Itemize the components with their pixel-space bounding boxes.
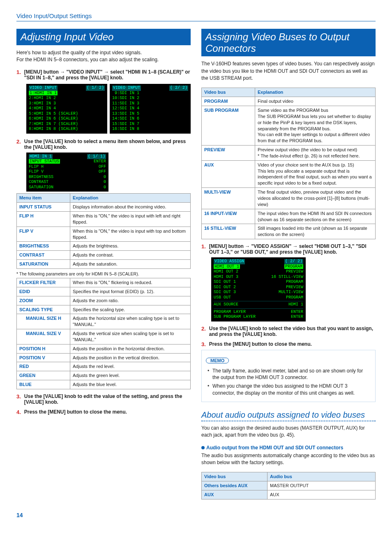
table-row: EDIDSpecifies the input format (EDID) (p… (17, 287, 191, 296)
page-number: 14 (16, 512, 376, 518)
menu-item-cell: SATURATION (17, 260, 70, 269)
intro-text: The V-160HD features seven types of vide… (201, 60, 376, 82)
intro-line-2: For the HDMI IN 5–8 connectors, you can … (16, 57, 159, 62)
step-2-right: 2. Use the [VALUE] knob to select the vi… (201, 326, 376, 337)
table-header: Explanation (255, 88, 376, 97)
step-3-right: 3. Press the [MENU] button to close the … (201, 341, 376, 347)
explanation-cell: Specifies the scaling type. (70, 305, 191, 314)
bus-name-cell: 16 STILL-VIEW (202, 224, 255, 239)
table-header: Audio bus (267, 472, 376, 481)
bus-explanation-cell: Same video as the PROGRAM busThe SUB PRO… (255, 106, 376, 146)
memo-item: The tally frame, audio level meter, labe… (208, 368, 371, 382)
arrow-icon: → (293, 243, 297, 249)
table-row: REDAdjusts the red level. (17, 362, 191, 371)
arrow-icon: → (104, 69, 109, 75)
table-row: MULTI-VIEWThe final output video, previe… (202, 188, 376, 209)
explanation-cell: Adjusts the saturation. (70, 260, 191, 269)
table-row: PREVIEWPreview output video (the video t… (202, 146, 376, 161)
explanation-cell: When this is "ON," flickering is reduced… (70, 278, 191, 287)
explanation-cell: Adjusts the position in the vertical dir… (70, 353, 191, 362)
menu-item-cell: MANUAL SIZE H (17, 314, 70, 329)
r-step1-pre: [MENU] button (209, 243, 245, 249)
table-row: BLUEAdjusts the blue level. (17, 380, 191, 389)
step-number: 1. (16, 69, 21, 81)
table-row: CONTRASTAdjusts the contrast. (17, 251, 191, 260)
explanation-cell: Displays information about the incoming … (70, 203, 191, 212)
audio-section-title: Audio output from the HDMI OUT and SDI O… (201, 445, 376, 451)
table-row: Others besides AUXMASTER OUTPUT (202, 481, 376, 490)
bus-explanation-cell: Still images loaded into the unit (shown… (255, 224, 376, 239)
bus-name-cell: PREVIEW (202, 146, 255, 161)
table-row: 16 STILL-VIEWStill images loaded into th… (202, 224, 376, 239)
table-header: Video bus (202, 472, 267, 481)
table-row: PROGRAMFinal output video (202, 97, 376, 106)
table-row: FLIP VWhen this is "ON," the video is in… (17, 227, 191, 242)
explanation-cell: Adjusts the brightness. (70, 242, 191, 251)
step-1: 1. [MENU] button → "VIDEO INPUT" → selec… (16, 69, 191, 81)
table-header: Menu item (17, 194, 70, 203)
table-row: POSITION HAdjusts the position in the ho… (17, 344, 191, 353)
breadcrumb: Video Input/Output Settings (16, 12, 376, 21)
step-2: 2. Use the [VALUE] knob to select a menu… (16, 139, 191, 150)
table-row: FLIP HWhen this is "ON," the video is in… (17, 212, 191, 227)
step-number: 4. (16, 409, 21, 415)
step-number: 3. (201, 341, 206, 347)
menu-item-cell: BRIGHTNESS (17, 242, 70, 251)
table-row: AUXAUX (202, 490, 376, 500)
table-row: POSITION VAdjusts the position in the ve… (17, 353, 191, 362)
menu-item-cell: POSITION V (17, 353, 70, 362)
step-number: 3. (16, 393, 21, 405)
table-video-bus: Video bus Explanation PROGRAMFinal outpu… (201, 88, 376, 239)
step-4: 4. Press the [MENU] button to close the … (16, 409, 191, 415)
explanation-cell: Adjusts the zoom ratio. (70, 296, 191, 305)
explanation-cell: Specifies the input format (EDID) (p. 12… (70, 287, 191, 296)
explanation-cell: Adjusts the blue level. (70, 380, 191, 389)
table-row: INPUT STATUSDisplays information about t… (17, 203, 191, 212)
screen-video-input-2: VIDEO INPUT( 2/ 2) 9:SDI IN 110:SDI IN 2… (110, 84, 191, 134)
explanation-cell: Adjusts the green level. (70, 371, 191, 380)
table-header: Explanation (70, 194, 191, 203)
menu-item-cell: SCALING TYPE (17, 305, 70, 314)
step3-text: Use the [VALUE] knob to edit the value o… (24, 393, 182, 405)
menu-item-cell: MANUAL SIZE V (17, 329, 70, 345)
menu-item-cell: FLIP V (17, 227, 70, 242)
footnote: * The following parameters are only for … (16, 271, 191, 276)
table-row: 16 INPUT-VIEWThe input video from the HD… (202, 209, 376, 224)
table-row: AUXVideo of your choice sent to the AUX … (202, 160, 376, 187)
left-column: Adjusting Input Video Here's how to adju… (16, 29, 191, 502)
heading-assigning-buses: Assigning Video Buses to Output Connecto… (201, 29, 376, 56)
table-header: Video bus (202, 88, 255, 97)
step-number: 2. (16, 139, 21, 150)
menu-item-cell: EDID (17, 287, 70, 296)
table-row: SATURATIONAdjusts the saturation. (17, 260, 191, 269)
r-step1-mid: "VIDEO ASSIGN" (251, 243, 293, 249)
step-1-right: 1. [MENU] button → "VIDEO ASSIGN" → sele… (201, 243, 376, 255)
table-row: SUB PROGRAMSame video as the PROGRAM bus… (202, 106, 376, 146)
video-bus-cell: Others besides AUX (202, 481, 267, 490)
menu-item-cell: POSITION H (17, 344, 70, 353)
table-audio-bus: Video bus Audio bus Others besides AUXMA… (201, 472, 376, 500)
table-menu-items-2: FLICKER FILTERWhen this is "ON," flicker… (16, 278, 191, 389)
bus-explanation-cell: Preview output video (the video to be ou… (255, 146, 376, 161)
step2-text: Use the [VALUE] knob to select a menu it… (24, 139, 186, 150)
audio-bus-cell: AUX (267, 490, 376, 500)
bus-explanation-cell: The final output video, preview output v… (255, 188, 376, 209)
audio-intro: You can also assign the desired audio bu… (201, 425, 376, 439)
menu-item-cell: GREEN (17, 371, 70, 380)
table-row: SCALING TYPESpecifies the scaling type. (17, 305, 191, 314)
table-row: ZOOMAdjusts the zoom ratio. (17, 296, 191, 305)
bullet-icon (201, 446, 205, 449)
screenshot-pair: VIDEO INPUT( 1/ 2)1:HDMI IN 12:HDMI IN 2… (26, 84, 191, 134)
bus-explanation-cell: The input video from the HDMI IN and SDI… (255, 209, 376, 224)
memo-badge: MEMO (206, 358, 229, 363)
menu-item-cell: RED (17, 362, 70, 371)
bus-name-cell: MULTI-VIEW (202, 188, 255, 209)
menu-item-cell: BLUE (17, 380, 70, 389)
r-step3-text: Press the [MENU] button to close the men… (209, 341, 312, 347)
menu-item-cell: ZOOM (17, 296, 70, 305)
bus-name-cell: 16 INPUT-VIEW (202, 209, 255, 224)
explanation-cell: Adjusts the vertical size when scaling t… (70, 329, 191, 345)
intro-line-1: Here's how to adjust the quality of the … (16, 50, 142, 56)
menu-item-cell: FLIP H (17, 212, 70, 227)
explanation-cell: Adjusts the horizontal size when scaling… (70, 314, 191, 329)
